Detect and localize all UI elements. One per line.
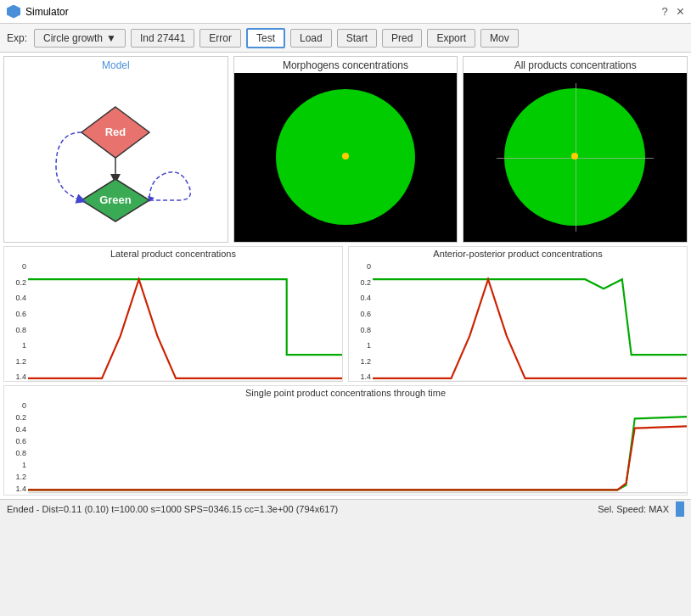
exp-label: Exp: — [7, 32, 27, 44]
svg-text:Red: Red — [105, 126, 126, 138]
products-image — [463, 73, 687, 242]
model-diagram: Red Green — [39, 90, 192, 226]
lateral-title: Lateral product concentrations — [110, 247, 236, 260]
bottom-svg-area — [28, 400, 687, 495]
title-bar: Simulator ? × — [0, 0, 691, 24]
export-button[interactable]: Export — [427, 29, 475, 48]
close-button[interactable]: × — [677, 4, 684, 20]
bottom-chart-area: 1.4 1.2 1 0.8 0.6 0.4 0.2 0 — [4, 400, 687, 495]
svg-text:Green: Green — [100, 193, 132, 206]
lateral-svg-area — [28, 260, 342, 383]
title-bar-left: Simulator — [7, 5, 69, 19]
load-button[interactable]: Load — [290, 29, 332, 48]
bottom-svg — [28, 400, 687, 495]
error-button[interactable]: Error — [199, 29, 241, 48]
scrollbar-indicator[interactable] — [676, 501, 684, 517]
bottom-chart: Single point product concentrations thro… — [3, 385, 688, 496]
ind-button[interactable]: Ind 27441 — [131, 29, 194, 48]
lateral-chart: Lateral product concentrations 1.4 1.2 1… — [3, 246, 343, 382]
ap-title: Anterior-posterior product concentration… — [433, 247, 602, 260]
test-button[interactable]: Test — [246, 28, 285, 48]
single-point-title: Single point product concentrations thro… — [245, 386, 446, 400]
bottom-y-axis: 1.4 1.2 1 0.8 0.6 0.4 0.2 0 — [4, 400, 28, 495]
app-title: Simulator — [25, 6, 69, 18]
status-bar: Ended - Dist=0.11 (0.10) t=100.00 s=1000… — [0, 499, 691, 518]
exp-dropdown[interactable]: Circle growth ▼ — [34, 29, 126, 48]
morphogens-image — [234, 73, 458, 242]
ap-chart-area: 1.4 1.2 1 0.8 0.6 0.4 0.2 0 — [349, 260, 687, 383]
help-button[interactable]: ? — [661, 5, 667, 18]
app-icon — [7, 5, 20, 19]
lateral-y-axis: 1.4 1.2 1 0.8 0.6 0.4 0.2 0 — [4, 260, 28, 383]
products-panel: All products concentrations — [463, 56, 688, 243]
charts-row: Lateral product concentrations 1.4 1.2 1… — [3, 246, 688, 382]
pred-button[interactable]: Pred — [382, 29, 422, 48]
morphogens-panel: Morphogens concentrations — [233, 56, 458, 243]
model-area: Red Green — [4, 73, 228, 242]
ap-svg — [373, 260, 687, 383]
main-content: Model Red Green — [0, 53, 691, 499]
products-title: All products concentrations — [514, 57, 637, 73]
chevron-down-icon: ▼ — [106, 32, 116, 44]
ap-svg-area — [373, 260, 687, 383]
start-button[interactable]: Start — [337, 29, 377, 48]
mov-button[interactable]: Mov — [480, 29, 519, 48]
lateral-chart-area: 1.4 1.2 1 0.8 0.6 0.4 0.2 0 — [4, 260, 342, 383]
speed-label: Sel. Speed: MAX — [598, 504, 669, 514]
top-panels: Model Red Green — [3, 56, 688, 243]
toolbar: Exp: Circle growth ▼ Ind 27441 Error Tes… — [0, 24, 691, 53]
ap-y-axis: 1.4 1.2 1 0.8 0.6 0.4 0.2 0 — [349, 260, 373, 383]
title-bar-controls: ? × — [661, 4, 684, 20]
model-panel: Model Red Green — [3, 56, 228, 243]
ap-chart: Anterior-posterior product concentration… — [348, 246, 688, 382]
status-text: Ended - Dist=0.11 (0.10) t=100.00 s=1000… — [7, 504, 338, 514]
model-title: Model — [102, 57, 130, 73]
lateral-svg — [28, 260, 342, 383]
morphogens-title: Morphogens concentrations — [283, 57, 408, 73]
svg-rect-14 — [28, 400, 687, 495]
